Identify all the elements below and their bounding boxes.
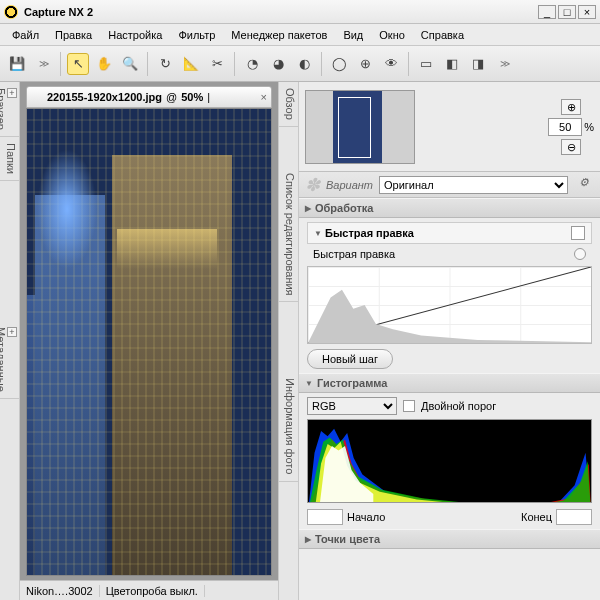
menubar: Файл Правка Настройка Фильтр Менеджер па…: [0, 24, 600, 46]
range-end-input[interactable]: [556, 509, 592, 525]
status-camera: Nikon….3002: [20, 585, 100, 597]
range-start-input[interactable]: [307, 509, 343, 525]
menu-filter[interactable]: Фильтр: [172, 27, 221, 43]
histogram-panel: RGB Двойной порог Начало Конец: [299, 393, 600, 529]
gradient-tool-icon[interactable]: ◨: [467, 53, 489, 75]
separator: [234, 52, 235, 76]
range-start-label: Начало: [347, 511, 385, 523]
expand-icon: ▼: [314, 229, 322, 238]
quickedit-subrow: Быстрая правка: [307, 244, 592, 264]
selection-tool-icon[interactable]: ▭: [415, 53, 437, 75]
app-title: Capture NX 2: [24, 6, 536, 18]
navigator-area: ⊕ % ⊖: [299, 82, 600, 172]
histogram-range-row: Начало Конец: [307, 509, 592, 525]
menu-window[interactable]: Окно: [373, 27, 411, 43]
quickedit-header[interactable]: ▼ Быстрая правка: [307, 222, 592, 244]
close-button[interactable]: ×: [578, 5, 596, 19]
left-side-tabs: +Браузер Папки +Метаданные: [0, 82, 20, 600]
variant-select[interactable]: Оригинал: [379, 176, 568, 194]
separator: [321, 52, 322, 76]
zoom-pct-label: %: [584, 121, 594, 133]
rotate-tool-icon[interactable]: ↻: [154, 53, 176, 75]
image-tab[interactable]: 220155-1920x1200.jpg @ 50% | ×: [26, 86, 272, 108]
separator: [60, 52, 61, 76]
variant-label: Вариант: [326, 179, 373, 191]
variant-row: ✽ Вариант Оригинал ⚙: [299, 172, 600, 198]
main-area: +Браузер Папки +Метаданные 220155-1920x1…: [0, 82, 600, 600]
right-side-tabs: Обзор Список редактирования Информация ф…: [278, 82, 298, 600]
collapse-icon: ▶: [305, 204, 311, 213]
channel-select[interactable]: RGB: [307, 397, 397, 415]
navigator-thumbnail[interactable]: [305, 90, 415, 164]
image-area: 220155-1920x1200.jpg @ 50% | × Nikon….30…: [20, 82, 278, 600]
image-filename: 220155-1920x1200.jpg: [47, 91, 162, 103]
menu-view[interactable]: Вид: [337, 27, 369, 43]
expand-icon: +: [7, 88, 17, 98]
file-icon: [31, 91, 43, 103]
image-viewport[interactable]: [26, 108, 272, 576]
minimize-button[interactable]: _: [538, 5, 556, 19]
toolbar-more-1[interactable]: ≫: [32, 53, 54, 75]
sidetab-overview[interactable]: Обзор: [279, 82, 298, 127]
svg-marker-1: [308, 290, 591, 343]
dual-threshold-label: Двойной порог: [421, 400, 496, 412]
variant-icon: ✽: [305, 174, 320, 196]
rgb-histogram[interactable]: [307, 419, 592, 503]
histogram-controls: RGB Двойной порог: [307, 397, 592, 415]
section-histogram[interactable]: ▼ Гистограмма: [299, 373, 600, 393]
image-statusbar: Nikon….3002 Цветопроба выкл.: [20, 580, 278, 600]
pointer-tool-icon[interactable]: ↖: [67, 53, 89, 75]
app-logo-icon: [4, 5, 18, 19]
sidetab-metadata[interactable]: +Метаданные: [0, 321, 19, 399]
zoom-controls: ⊕ % ⊖: [548, 99, 594, 155]
expand-icon: +: [7, 327, 17, 337]
redeye-tool-icon[interactable]: 👁: [380, 53, 402, 75]
zoom-in-button[interactable]: ⊕: [561, 99, 581, 115]
quickedit-panel: ▼ Быстрая правка Быстрая правка Новый ша…: [299, 218, 600, 373]
sidetab-photoinfo[interactable]: Информация фото: [279, 372, 298, 481]
tone-curve-editor[interactable]: [307, 266, 592, 344]
quickedit-radio[interactable]: [574, 248, 586, 260]
menu-help[interactable]: Справка: [415, 27, 470, 43]
toolbar-more-2[interactable]: ≫: [493, 53, 515, 75]
control-point-tool-icon[interactable]: ⊕: [354, 53, 376, 75]
menu-file[interactable]: Файл: [6, 27, 45, 43]
toolbar: 💾 ≫ ↖ ✋ 🔍 ↻ 📐 ✂ ◔ ◕ ◐ ◯ ⊕ 👁 ▭ ◧ ◨ ≫: [0, 46, 600, 82]
quickedit-toggle-checkbox[interactable]: [571, 226, 585, 240]
status-colorproof: Цветопроба выкл.: [100, 585, 205, 597]
crop-tool-icon[interactable]: ✂: [206, 53, 228, 75]
variant-gear-icon[interactable]: ⚙: [574, 176, 594, 194]
maximize-button[interactable]: □: [558, 5, 576, 19]
white-point-tool-icon[interactable]: ◕: [267, 53, 289, 75]
sidetab-editlist[interactable]: Список редактирования: [279, 167, 298, 303]
zoom-out-button[interactable]: ⊖: [561, 139, 581, 155]
menu-batch[interactable]: Менеджер пакетов: [225, 27, 333, 43]
fill-tool-icon[interactable]: ◧: [441, 53, 463, 75]
black-point-tool-icon[interactable]: ◔: [241, 53, 263, 75]
sidetab-folders[interactable]: Папки: [0, 137, 19, 181]
zoom-input[interactable]: [548, 118, 582, 136]
image-zoom-label: 50%: [181, 91, 203, 103]
expand-icon: ▼: [305, 379, 313, 388]
dual-threshold-checkbox[interactable]: [403, 400, 415, 412]
zoom-tool-icon[interactable]: 🔍: [119, 53, 141, 75]
titlebar: Capture NX 2 _ □ ×: [0, 0, 600, 24]
lasso-tool-icon[interactable]: ◯: [328, 53, 350, 75]
separator: [147, 52, 148, 76]
gray-point-tool-icon[interactable]: ◐: [293, 53, 315, 75]
section-processing[interactable]: ▶ Обработка: [299, 198, 600, 218]
close-tab-icon[interactable]: ×: [261, 91, 267, 103]
menu-adjust[interactable]: Настройка: [102, 27, 168, 43]
right-panel: ⊕ % ⊖ ✽ Вариант Оригинал ⚙ ▶ Обработка ▼…: [298, 82, 600, 600]
range-end-label: Конец: [521, 511, 552, 523]
collapse-icon: ▶: [305, 535, 311, 544]
sidetab-browser[interactable]: +Браузер: [0, 82, 19, 137]
new-step-button[interactable]: Новый шаг: [307, 349, 393, 369]
separator: [408, 52, 409, 76]
save-tool-icon[interactable]: 💾: [6, 53, 28, 75]
hand-tool-icon[interactable]: ✋: [93, 53, 115, 75]
section-colorpoints[interactable]: ▶ Точки цвета: [299, 529, 600, 549]
straighten-tool-icon[interactable]: 📐: [180, 53, 202, 75]
menu-edit[interactable]: Правка: [49, 27, 98, 43]
